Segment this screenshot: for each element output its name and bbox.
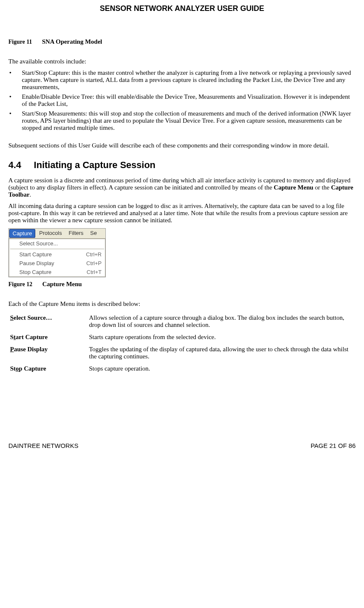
bullet-text: Start/Stop Capture: this is the master c… [22, 69, 356, 91]
mnemonic-char: o [16, 365, 19, 372]
menu-item-select-source[interactable]: Select Source... [9, 239, 105, 248]
desc-text: Starts capture operations from the selec… [87, 331, 356, 343]
text-span: ause Display [14, 346, 47, 353]
desc-label-start-capture: Start Capture [8, 331, 87, 343]
menu-item-shortcut: Ctrl+T [82, 269, 102, 275]
paragraph-capture-session-1: A capture session is a discrete and cont… [8, 177, 356, 198]
bullet-item: • Enable/Disable Device Tree: this will … [8, 93, 356, 108]
figure-12-label: Figure 12 [8, 281, 32, 287]
bullet-item: • Start/Stop Capture: this is the master… [8, 69, 356, 91]
menu-bar: Capture Protocols Filters Se [9, 229, 105, 239]
table-row: Stop Capture Stops capture operation. [8, 363, 356, 375]
table-row: Pause Display Toggles the updating of th… [8, 343, 356, 363]
bullet-dot-icon: • [8, 110, 22, 132]
text-span: or the [313, 184, 331, 191]
paragraph-after-bullets: Subsequent sections of this User Guide w… [8, 142, 356, 149]
text-span: p Capture [19, 365, 46, 372]
intro-paragraph: The available controls include: [8, 58, 356, 65]
desc-text: Allows selection of a capture source thr… [87, 312, 356, 331]
section-title: Initiating a Capture Session [34, 160, 156, 170]
section-heading-4-4: 4.4Initiating a Capture Session [8, 160, 356, 171]
menu-description-table: Select Source… Allows selection of a cap… [8, 312, 356, 375]
figure-12-name: Capture Menu [42, 281, 82, 287]
figure-11-name: SNA Operating Model [42, 38, 102, 45]
mnemonic-char: P [10, 346, 14, 353]
table-row: Start Capture Starts capture operations … [8, 331, 356, 343]
menu-item-start-capture[interactable]: Start Capture Ctrl+R [9, 250, 105, 259]
page-footer: DAINTREE NETWORKS PAGE 21 OF 86 [8, 442, 356, 449]
menu-item-stop-capture[interactable]: Stop Capture Ctrl+T [9, 268, 105, 276]
page-header-title: SENSOR NETWORK ANALYZER USER GUIDE [8, 4, 356, 13]
paragraph-menu-desc-intro: Each of the Capture Menu items is descri… [8, 300, 356, 308]
capture-menu-screenshot: Capture Protocols Filters Se Select Sour… [8, 228, 106, 277]
menu-bar-item-protocols[interactable]: Protocols [36, 229, 65, 238]
desc-label-select-source: Select Source… [8, 312, 87, 331]
table-row: Select Source… Allows selection of a cap… [8, 312, 356, 331]
footer-page-number: PAGE 21 OF 86 [311, 442, 356, 449]
menu-bar-item-filters[interactable]: Filters [65, 229, 86, 238]
menu-item-shortcut: Ctrl+R [82, 251, 102, 258]
figure-11-label: Figure 11 [8, 39, 32, 45]
bullet-dot-icon: • [8, 93, 22, 108]
text-span: art Capture [16, 334, 47, 340]
menu-bar-item-partial[interactable]: Se [87, 229, 100, 238]
text-span: elect Source… [13, 314, 52, 321]
menu-bar-item-capture[interactable]: Capture [9, 229, 35, 238]
bullet-text: Enable/Disable Device Tree: this will en… [22, 93, 356, 108]
menu-item-shortcut [97, 240, 102, 247]
bullet-item: • Start/Stop Measurements: this will sto… [8, 110, 356, 132]
menu-item-label: Pause Display [19, 260, 82, 266]
desc-text: Stops capture operation. [87, 363, 356, 375]
menu-item-label: Stop Capture [19, 269, 82, 275]
figure-12-caption: Figure 12 Capture Menu [8, 281, 356, 288]
menu-item-label: Select Source... [19, 240, 97, 247]
bullet-text: Start/Stop Measurements: this will stop … [22, 110, 356, 132]
figure-11-caption: Figure 11 SNA Operating Model [8, 38, 356, 45]
text-bold: Capture Menu [274, 184, 313, 191]
menu-item-shortcut: Ctrl+P [82, 260, 102, 266]
desc-text: Toggles the updating of the display of c… [87, 343, 356, 363]
menu-separator [10, 249, 104, 249]
desc-label-pause-display: Pause Display [8, 343, 87, 363]
desc-label-stop-capture: Stop Capture [8, 363, 87, 375]
menu-item-label: Start Capture [19, 251, 82, 258]
paragraph-capture-session-2: All incoming data during a capture sessi… [8, 203, 356, 224]
bullet-dot-icon: • [8, 69, 22, 91]
footer-company: DAINTREE NETWORKS [8, 442, 79, 449]
menu-item-pause-display[interactable]: Pause Display Ctrl+P [9, 259, 105, 268]
menu-dropdown: Select Source... Start Capture Ctrl+R Pa… [9, 239, 105, 277]
section-number: 4.4 [8, 160, 21, 170]
text-span: St [10, 365, 16, 372]
text-span: . [29, 191, 31, 198]
